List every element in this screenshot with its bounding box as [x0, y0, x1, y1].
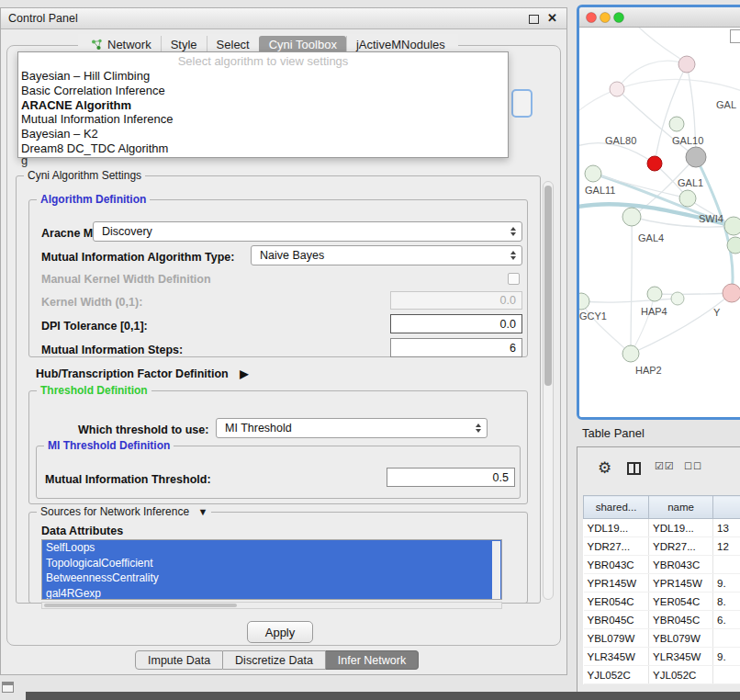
network-node-red[interactable]: [647, 156, 662, 171]
zoom-traffic-light[interactable]: [614, 13, 624, 23]
cell[interactable]: 9.: [713, 574, 740, 593]
cell[interactable]: 13: [713, 519, 740, 537]
network-node-hap2[interactable]: [622, 345, 639, 362]
gear-icon[interactable]: ⚙: [598, 458, 611, 478]
list-item-betweennesscentrality[interactable]: BetweennessCentrality: [42, 570, 501, 586]
cell[interactable]: [713, 629, 740, 648]
tab-discretize-data[interactable]: Discretize Data: [223, 650, 326, 670]
manual-kernel-checkbox[interactable]: [508, 273, 520, 285]
list-scrollbar[interactable]: [492, 541, 500, 600]
network-node-gal11[interactable]: [585, 165, 601, 182]
cell[interactable]: YJL052C: [649, 666, 713, 684]
column-header-shared[interactable]: shared...: [584, 496, 649, 519]
table-row[interactable]: YLR345WYLR345W9.: [584, 648, 740, 666]
which-threshold-combo[interactable]: MI Threshold: [216, 418, 488, 438]
network-node-gal10[interactable]: [686, 147, 706, 167]
network-node-gal1[interactable]: [679, 190, 696, 207]
cell[interactable]: [713, 556, 740, 574]
network-node[interactable]: [727, 237, 740, 254]
minimize-traffic-light[interactable]: [600, 13, 611, 23]
list-item-gal4rgexp[interactable]: gal4RGexp: [42, 586, 501, 601]
list-horizontal-scrollbar-thumb[interactable]: [44, 604, 237, 607]
cell[interactable]: YER054C: [584, 593, 649, 611]
apply-button[interactable]: Apply: [247, 621, 313, 643]
network-node-swi4[interactable]: [724, 217, 740, 235]
dropdown-item-dream8[interactable]: Dream8 DC_TDC Algorithm: [18, 141, 508, 156]
expand-down-icon[interactable]: ▼: [197, 506, 207, 517]
cell[interactable]: YJL052C: [584, 666, 649, 684]
table-row[interactable]: YBL079WYBL079W: [584, 629, 740, 648]
cell[interactable]: 6.: [713, 611, 740, 629]
mi-steps-field[interactable]: 6: [390, 338, 522, 357]
cell[interactable]: YBR043C: [649, 556, 713, 574]
close-icon[interactable]: ✕: [547, 11, 557, 25]
table-row[interactable]: YBR045CYBR045C6.: [584, 611, 740, 629]
cell[interactable]: YBR045C: [649, 611, 713, 629]
tab-impute-data[interactable]: Impute Data: [135, 650, 223, 670]
network-node-gcy1[interactable]: [579, 293, 589, 310]
hub-section-header[interactable]: Hub/Transcription Factor Definition ▶: [36, 367, 248, 380]
dropdown-item-aracne[interactable]: ARACNE Algorithm: [18, 98, 508, 113]
settings-scrollbar-thumb[interactable]: [544, 186, 552, 386]
mi-type-combo[interactable]: Naive Bayes: [251, 245, 522, 265]
cell[interactable]: YDL19...: [649, 519, 713, 537]
table-row[interactable]: YDL19...YDL19...13: [584, 519, 740, 537]
kernel-width-field[interactable]: 0.0: [390, 291, 522, 310]
close-traffic-light[interactable]: [587, 13, 597, 23]
cell[interactable]: 9.: [713, 648, 740, 666]
deselect-all-checkboxes-icon[interactable]: ☐☐: [684, 461, 702, 471]
network-window-titlebar[interactable]: [579, 7, 740, 28]
columns-icon[interactable]: [627, 462, 641, 475]
cell[interactable]: YBL079W: [584, 629, 649, 648]
cell[interactable]: 8.: [713, 593, 740, 611]
cell[interactable]: 12: [713, 537, 740, 556]
network-canvas[interactable]: GAL80 GAL10 GAL11 GAL1 SWI4 GAL4 GCY1 HA…: [579, 28, 740, 417]
list-item-topologicalcoefficient[interactable]: TopologicalCoefficient: [42, 556, 501, 571]
dropdown-item-bayesian-hill-climbing[interactable]: Bayesian – Hill Climbing: [18, 69, 508, 84]
expand-right-icon[interactable]: ▶: [240, 367, 248, 380]
cell[interactable]: [713, 666, 740, 684]
float-window-icon[interactable]: [529, 15, 539, 24]
network-node-gal4[interactable]: [622, 208, 641, 226]
tab-infer-network[interactable]: Infer Network: [326, 650, 419, 670]
cell[interactable]: YBR043C: [584, 556, 649, 574]
list-horizontal-scrollbar[interactable]: [41, 602, 502, 609]
cell[interactable]: YLR345W: [649, 648, 713, 666]
network-node[interactable]: [671, 292, 684, 305]
cell[interactable]: YDR27...: [649, 537, 713, 556]
network-node[interactable]: [669, 117, 684, 131]
table-row[interactable]: YER054CYER054C8.: [584, 593, 740, 611]
cell[interactable]: YLR345W: [584, 648, 649, 666]
focused-button-fragment[interactable]: [511, 89, 533, 118]
table-row[interactable]: YDR27...YDR27...12: [584, 537, 740, 556]
cell[interactable]: YDL19...: [584, 519, 649, 537]
network-node-pink[interactable]: [723, 284, 740, 302]
sources-group-title[interactable]: Sources for Network Inference ▼: [37, 505, 211, 518]
dropdown-placeholder[interactable]: Select algorithm to view settings: [18, 53, 508, 69]
column-header-third[interactable]: [713, 496, 740, 519]
table-row[interactable]: YJL052CYJL052C: [584, 666, 740, 684]
mi-threshold-field[interactable]: 0.5: [387, 468, 515, 487]
cell[interactable]: YDR27...: [584, 537, 649, 556]
cell[interactable]: YBR045C: [584, 611, 649, 629]
select-all-checkboxes-icon[interactable]: ☑☑: [655, 460, 675, 472]
dropdown-item-mutual-information[interactable]: Mutual Information Inference: [18, 112, 508, 127]
cell[interactable]: YPR145W: [649, 574, 713, 593]
table-row[interactable]: YPR145WYPR145W9.: [584, 574, 740, 593]
cell[interactable]: YBL079W: [649, 629, 713, 648]
list-item-selfloops[interactable]: SelfLoops: [42, 540, 501, 556]
cell[interactable]: YER054C: [649, 593, 713, 611]
network-node-hap4[interactable]: [647, 287, 662, 301]
cell[interactable]: YPR145W: [584, 574, 649, 593]
network-node[interactable]: [610, 82, 624, 96]
aracne-mode-combo[interactable]: Discovery: [93, 221, 522, 242]
control-panel-titlebar[interactable]: Control Panel ✕: [1, 8, 566, 29]
settings-scrollbar[interactable]: [543, 181, 554, 600]
dropdown-item-bayesian-k2[interactable]: Bayesian – K2: [18, 127, 508, 141]
network-node[interactable]: [678, 56, 695, 73]
minimized-panel-icon[interactable]: [2, 682, 14, 693]
dpi-tolerance-field[interactable]: 0.0: [390, 314, 522, 333]
table-row[interactable]: YBR043CYBR043C: [584, 556, 740, 574]
dropdown-item-basic-correlation[interactable]: Basic Correlation Inference: [18, 84, 508, 98]
column-header-name[interactable]: name: [649, 496, 713, 519]
